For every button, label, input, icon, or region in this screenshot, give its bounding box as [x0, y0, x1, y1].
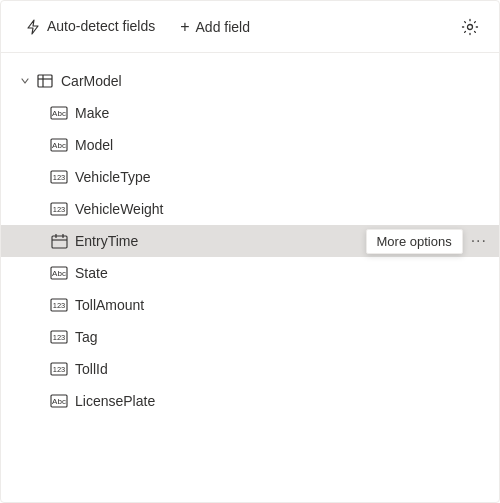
svg-text:123: 123 [53, 173, 66, 182]
field-item-state[interactable]: Abc State [1, 257, 499, 289]
settings-button[interactable] [457, 14, 483, 40]
field-label-vehicleweight: VehicleWeight [75, 201, 483, 217]
field-label-tollid: TollId [75, 361, 483, 377]
field-label-carmodel: CarModel [61, 73, 483, 89]
field-label-state: State [75, 265, 483, 281]
svg-text:Abc: Abc [52, 109, 66, 118]
add-field-label: Add field [196, 19, 250, 35]
svg-text:Abc: Abc [52, 269, 66, 278]
123-icon-tollamount: 123 [49, 297, 69, 313]
svg-text:123: 123 [53, 333, 66, 342]
more-options-container: More options ··· [366, 229, 492, 254]
field-item-carmodel[interactable]: CarModel [1, 65, 499, 97]
table-icon [35, 73, 55, 89]
abc-icon-licenseplate: Abc [49, 393, 69, 409]
auto-detect-button[interactable]: Auto-detect fields [17, 14, 163, 39]
field-item-entrytime[interactable]: EntryTime More options ··· [1, 225, 499, 257]
more-options-button[interactable]: ··· [467, 230, 491, 252]
field-item-tollamount[interactable]: 123 TollAmount [1, 289, 499, 321]
123-icon-tag: 123 [49, 329, 69, 345]
field-label-entrytime: EntryTime [75, 233, 366, 249]
field-item-tag[interactable]: 123 Tag [1, 321, 499, 353]
field-list: CarModel Abc Make Abc Model [1, 53, 499, 502]
auto-detect-label: Auto-detect fields [47, 18, 155, 34]
gear-icon [461, 18, 479, 36]
123-icon-tollid: 123 [49, 361, 69, 377]
more-options-tooltip: More options [366, 229, 463, 254]
field-label-model: Model [75, 137, 483, 153]
field-item-tollid[interactable]: 123 TollId [1, 353, 499, 385]
main-container: Auto-detect fields + Add field [0, 0, 500, 503]
svg-text:123: 123 [53, 301, 66, 310]
svg-text:123: 123 [53, 205, 66, 214]
field-label-vehicletype: VehicleType [75, 169, 483, 185]
svg-rect-12 [52, 236, 67, 248]
svg-point-0 [468, 24, 473, 29]
add-field-button[interactable]: + Add field [172, 15, 258, 39]
bolt-icon [25, 18, 41, 35]
field-item-licenseplate[interactable]: Abc LicensePlate [1, 385, 499, 417]
abc-icon-make: Abc [49, 105, 69, 121]
calendar-icon-entrytime [49, 233, 69, 249]
123-icon-vehicletype: 123 [49, 169, 69, 185]
abc-icon-model: Abc [49, 137, 69, 153]
svg-text:Abc: Abc [52, 397, 66, 406]
svg-rect-1 [38, 75, 52, 87]
svg-text:123: 123 [53, 365, 66, 374]
field-label-tollamount: TollAmount [75, 297, 483, 313]
field-item-make[interactable]: Abc Make [1, 97, 499, 129]
expand-icon [17, 73, 33, 89]
toolbar-divider [167, 17, 168, 37]
field-item-vehicleweight[interactable]: 123 VehicleWeight [1, 193, 499, 225]
field-label-make: Make [75, 105, 483, 121]
toolbar: Auto-detect fields + Add field [1, 1, 499, 53]
field-label-tag: Tag [75, 329, 483, 345]
abc-icon-state: Abc [49, 265, 69, 281]
svg-text:Abc: Abc [52, 141, 66, 150]
plus-icon: + [180, 19, 189, 35]
field-item-vehicletype[interactable]: 123 VehicleType [1, 161, 499, 193]
field-item-model[interactable]: Abc Model [1, 129, 499, 161]
123-icon-vehicleweight: 123 [49, 201, 69, 217]
field-label-licenseplate: LicensePlate [75, 393, 483, 409]
